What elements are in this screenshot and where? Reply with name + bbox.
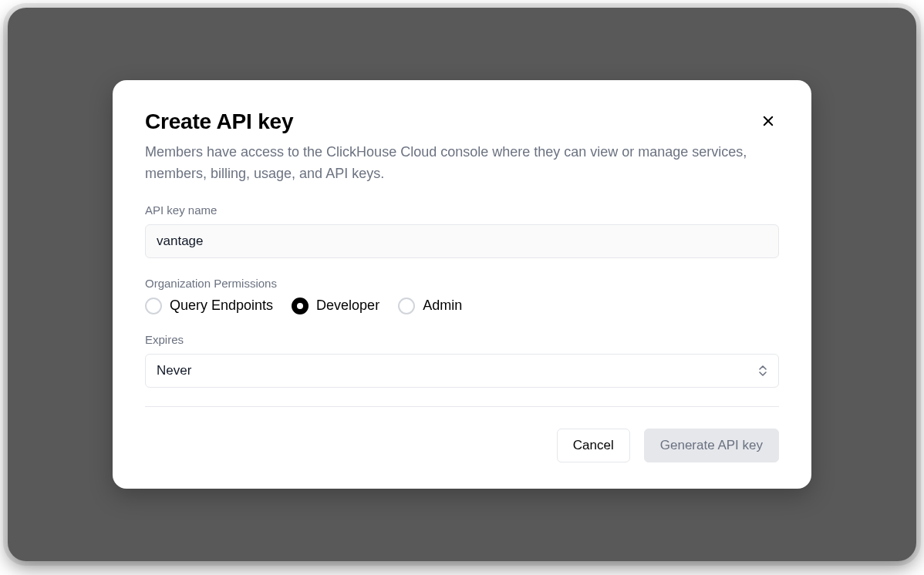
radio-label: Query Endpoints: [170, 298, 273, 314]
radio-icon: [292, 298, 309, 314]
org-permissions-label: Organization Permissions: [145, 277, 779, 290]
generate-api-key-button[interactable]: Generate API key: [644, 429, 779, 462]
close-icon: [761, 114, 775, 130]
modal-backdrop: Create API key Members have access to th…: [8, 8, 916, 561]
api-key-name-input[interactable]: [145, 224, 779, 258]
modal-description: Members have access to the ClickHouse Cl…: [145, 142, 762, 185]
modal-title: Create API key: [145, 109, 293, 134]
radio-label: Developer: [316, 298, 379, 314]
radio-icon: [398, 298, 415, 314]
expires-select-wrap: Never: [145, 354, 779, 388]
radio-admin[interactable]: Admin: [398, 298, 462, 314]
cancel-button[interactable]: Cancel: [557, 429, 630, 462]
api-key-name-label: API key name: [145, 203, 779, 217]
modal-footer: Cancel Generate API key: [145, 429, 779, 462]
radio-query-endpoints[interactable]: Query Endpoints: [145, 298, 273, 314]
modal-header: Create API key: [145, 109, 779, 134]
create-api-key-modal: Create API key Members have access to th…: [113, 80, 811, 489]
chevron-up-down-icon: [758, 365, 767, 377]
radio-icon: [145, 298, 162, 314]
radio-developer[interactable]: Developer: [292, 298, 379, 314]
divider: [145, 406, 779, 407]
expires-label: Expires: [145, 333, 779, 346]
expires-value: Never: [157, 363, 191, 378]
radio-label: Admin: [423, 298, 462, 314]
org-permissions-group: Query Endpoints Developer Admin: [145, 298, 779, 314]
expires-select[interactable]: Never: [145, 354, 779, 388]
close-button[interactable]: [757, 111, 779, 133]
